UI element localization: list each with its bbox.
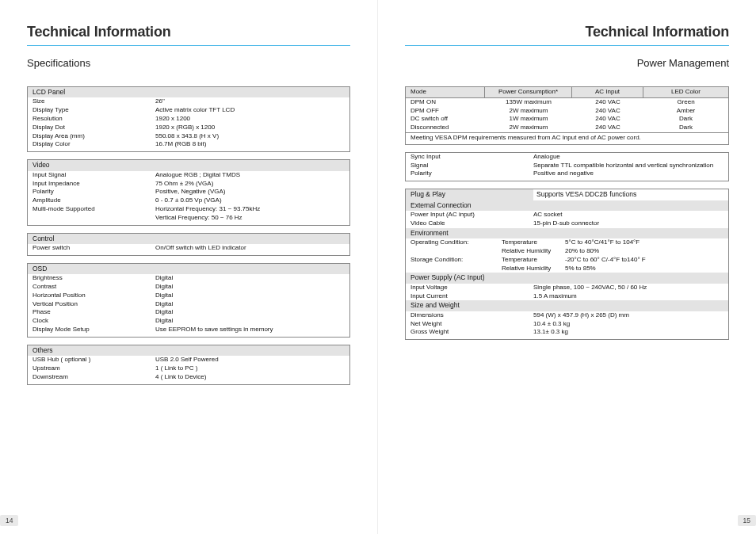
plugplay-head: Plug & Play (410, 190, 533, 199)
cell-label: Input Voltage (410, 284, 533, 292)
cell-value: 594 (W) x 457.9 (H) x 265 (D) mm (533, 311, 724, 320)
cell-label: Horizontal Position (32, 292, 155, 300)
cell-value: 2W maximum (485, 124, 572, 132)
cell-label (410, 265, 502, 273)
cell-sub: Relative Humidity (502, 265, 565, 273)
cell-value: 1920 x 1200 (155, 115, 345, 124)
cell-value: -20°C to 60° C/-4°F to140° F (565, 256, 724, 265)
cell-label: Resolution (32, 115, 155, 124)
ext-conn-head: External Connection (406, 200, 728, 211)
page-right: Technical Information Power Management M… (378, 0, 756, 534)
cell-label: Phase (32, 308, 155, 317)
environment-head: Environment (406, 228, 728, 238)
cell-label: Display Color (32, 140, 155, 149)
cell-value: AC socket (533, 211, 724, 219)
cell-value: DPM ON (406, 98, 485, 107)
page-title-right: Technical Information (405, 24, 729, 40)
cell-value: 240 VAC (572, 115, 643, 124)
misc-table: Plug & PlaySupports VESA DDC2B functions… (405, 189, 729, 340)
cell-label: Polarity (32, 188, 155, 196)
section-heading-power: Power Management (405, 57, 729, 69)
cell-value: Analogue (533, 153, 724, 162)
cell-sub: Temperature (502, 256, 565, 265)
cell-label: Net Weight (410, 320, 533, 329)
cell-label (410, 247, 502, 256)
power-mode-table: Mode Power Consumption* AC Input LED Col… (405, 86, 729, 145)
cell-value: Digital (155, 274, 345, 283)
cell-value: 1920 x (RGB) x 1200 (155, 124, 345, 132)
cell-label: Operating Condition: (410, 238, 502, 247)
cell-value: 20% to 80% (565, 247, 724, 256)
cell-value: USB 2.0 Self Powered (155, 356, 345, 364)
cell-value: Digital (155, 308, 345, 317)
cell-label: Gross Weight (410, 328, 533, 337)
cell-value: Digital (155, 317, 345, 326)
cell-label: Dimensions (410, 311, 533, 320)
sync-table: Sync InputAnalogue SignalSeparate TTL co… (405, 152, 729, 181)
cell-value: DPM OFF (406, 107, 485, 116)
cell-value: Active matrix color TFT LCD (155, 106, 345, 115)
cell-value: 4 ( Link to Device) (155, 373, 345, 382)
cell-label: Multi-mode Supported (32, 205, 155, 214)
cell-label: Downstream (32, 373, 155, 382)
cell-value: Single phase, 100 ~ 240VAC, 50 / 60 Hz (533, 284, 724, 292)
page-number-left: 14 (0, 515, 18, 526)
size-weight-head: Size and Weight (406, 300, 728, 311)
cell-label: Sync Input (410, 153, 533, 162)
cell-label: Power switch (32, 244, 155, 253)
cell-value: 2W maximum (485, 107, 572, 116)
lcd-panel-table: LCD Panel Size26" Display TypeActive mat… (27, 86, 350, 152)
cell-label: Size (32, 97, 155, 106)
spec-tables: LCD Panel Size26" Display TypeActive mat… (27, 86, 350, 392)
cell-value: 15-pin D-sub connector (533, 219, 724, 228)
cell-value: 1 ( Link to PC ) (155, 364, 345, 373)
cell-value: On/Off switch with LED indicator (155, 244, 345, 253)
cell-value: Analogue RGB ; Digital TMDS (155, 171, 345, 180)
cell-label: Power Input (AC input) (410, 211, 533, 219)
page-number-right: 15 (738, 515, 756, 526)
cell-label: Display Dot (32, 124, 155, 132)
cell-value: Positive and negative (533, 170, 724, 178)
cell-label: Input Impedance (32, 180, 155, 189)
cell-value: Horizontal Frequency: 31 ~ 93.75kHz (155, 205, 345, 214)
cell-label: Signal (410, 162, 533, 170)
cell-value: Dark (643, 124, 728, 132)
cell-label: Contrast (32, 283, 155, 292)
control-table: Control Power switchOn/Off switch with L… (27, 233, 350, 256)
cell-label: Amplitude (32, 196, 155, 205)
cell-label: Display Type (32, 106, 155, 115)
cell-value: Dark (643, 115, 728, 124)
cell-value: Digital (155, 300, 345, 309)
cell-label: Input Current (410, 292, 533, 301)
cell-label: Brightness (32, 274, 155, 283)
title-rule (27, 45, 350, 46)
cell-label: Upstream (32, 364, 155, 373)
plugplay-value: Supports VESA DDC2B functions (533, 189, 728, 200)
cell-value: Separate TTL compatible horizontal and v… (533, 162, 724, 170)
cell-value: 5°C to 40°C/41°F to 104°F (565, 238, 724, 247)
cell-label: Video Cable (410, 219, 533, 228)
cell-label: Clock (32, 317, 155, 326)
pm-col-ac: AC Input (572, 87, 643, 98)
cell-value: 1.5 A maximum (533, 292, 724, 301)
power-tables: Mode Power Consumption* AC Input LED Col… (405, 86, 729, 347)
lcd-panel-head: LCD Panel (28, 87, 349, 97)
pm-col-mode: Mode (406, 87, 485, 98)
osd-head: OSD (28, 264, 349, 274)
cell-value: 16.7M (RGB 8 bit) (155, 140, 345, 149)
pm-col-led: LED Color (643, 87, 728, 98)
cell-label: Vertical Position (32, 300, 155, 309)
cell-value: 240 VAC (572, 98, 643, 107)
cell-label: Input Signal (32, 171, 155, 180)
cell-value: 75 Ohm ± 2% (VGA) (155, 180, 345, 189)
cell-value: 0 - 0.7 ± 0.05 Vp (VGA) (155, 196, 345, 205)
cell-sub: Temperature (502, 238, 565, 247)
pm-col-power: Power Consumption* (485, 87, 572, 98)
cell-value: 26" (155, 97, 345, 106)
cell-value: Vertical Frequency: 50 ~ 76 Hz (155, 214, 345, 223)
video-head: Video (28, 160, 349, 170)
page-left: Technical Information Specifications LCD… (0, 0, 378, 534)
cell-value: 10.4 ± 0.3 kg (533, 320, 724, 329)
cell-label: Display Mode Setup (32, 326, 155, 334)
cell-label (32, 214, 155, 223)
